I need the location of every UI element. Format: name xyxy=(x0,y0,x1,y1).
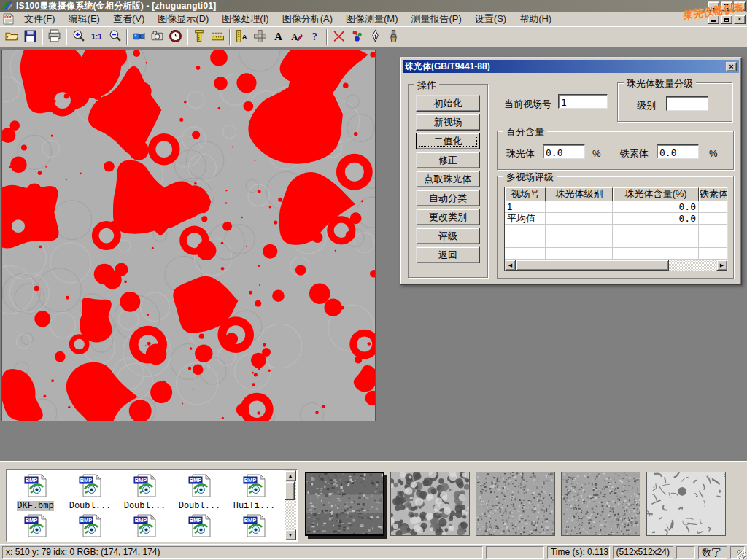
table-row-3[interactable] xyxy=(505,236,727,248)
grade-level-input[interactable] xyxy=(666,96,708,111)
table-row-0[interactable]: 10.0 xyxy=(505,201,727,213)
help-button[interactable]: ? xyxy=(306,28,324,46)
table-cell: 平均值 xyxy=(505,213,546,225)
brush-button[interactable] xyxy=(384,28,403,46)
ferrite-pct-input[interactable] xyxy=(657,144,699,159)
camera-button[interactable] xyxy=(148,28,166,46)
file-item-row2-0[interactable]: BMP xyxy=(8,511,63,540)
rating-group-label: 多视场评级 xyxy=(503,171,557,184)
mdi-minimize-button[interactable] xyxy=(708,15,719,24)
print-button[interactable] xyxy=(45,28,63,46)
zoom-out-button[interactable] xyxy=(106,28,124,46)
menu-item-1[interactable]: 编辑(E) xyxy=(62,12,107,26)
resize-grip[interactable] xyxy=(737,550,746,559)
zoom-in-button[interactable] xyxy=(69,28,88,46)
thumbnail-1[interactable] xyxy=(390,472,470,536)
clock-button[interactable] xyxy=(166,28,185,46)
particles-button[interactable] xyxy=(348,28,366,46)
mdi-restore-button[interactable] xyxy=(721,15,732,24)
op-button-7[interactable]: 评级 xyxy=(416,228,480,244)
op-button-0[interactable]: 初始化 xyxy=(416,95,480,112)
op-button-3[interactable]: 修正 xyxy=(416,152,480,168)
toolbar: 1:1AAA? xyxy=(0,26,747,48)
op-button-4[interactable]: 点取珠光体 xyxy=(416,171,480,187)
title-bar: IS100显微摄像系统(金相分析版) - [zhuguangti01] × xyxy=(0,0,747,12)
file-list-scrollbar[interactable]: ▲ ▼ xyxy=(285,470,296,540)
thumbnail-3[interactable] xyxy=(561,472,640,536)
dialog-close-button[interactable]: × xyxy=(726,62,737,71)
mdi-close-button[interactable]: × xyxy=(734,15,746,24)
file-item-0[interactable]: BMPDKF.bmp xyxy=(8,471,63,511)
scroll-up-button[interactable]: ▲ xyxy=(285,470,296,481)
op-button-8[interactable]: 返回 xyxy=(416,246,480,263)
table-horizontal-scrollbar[interactable]: ◀ ▶ xyxy=(505,260,727,271)
pen-button[interactable] xyxy=(366,28,384,46)
thumbnail-0[interactable] xyxy=(305,472,384,536)
maximize-button[interactable] xyxy=(721,1,732,11)
file-item-row2-2[interactable]: BMP xyxy=(117,511,172,540)
caliper-button[interactable] xyxy=(190,28,209,46)
clock-icon xyxy=(169,29,182,45)
cursor-position-readout: x: 510 y: 79 idx: 0 RGB: (174, 174, 174) xyxy=(2,546,483,559)
ruler-button[interactable] xyxy=(209,28,227,46)
menu-item-9[interactable]: 帮助(H) xyxy=(513,12,558,26)
op-button-5[interactable]: 自动分类 xyxy=(416,190,480,206)
curves-button[interactable] xyxy=(330,28,348,46)
table-row-4[interactable] xyxy=(505,248,727,260)
specimen-image[interactable] xyxy=(1,50,376,421)
menu-item-5[interactable]: 图像分析(A) xyxy=(276,12,339,26)
minimize-button[interactable] xyxy=(708,1,719,11)
svg-text:BMP: BMP xyxy=(80,517,92,524)
toolbar-separator xyxy=(42,29,43,45)
menu-item-3[interactable]: 图像显示(D) xyxy=(151,12,215,26)
current-field-input[interactable] xyxy=(558,94,608,109)
thumbnail-2[interactable] xyxy=(476,472,555,536)
measure-text-button[interactable]: A xyxy=(233,28,251,46)
file-item-row2-4[interactable]: BMP xyxy=(227,511,282,540)
bmp-file-icon: BMP xyxy=(23,473,48,500)
dialog-title-bar[interactable]: 珠光体(GB/T9441-88) × xyxy=(403,60,739,73)
table-row-2[interactable] xyxy=(505,225,727,236)
table-cell xyxy=(613,225,699,236)
op-button-2[interactable]: 二值化 xyxy=(416,133,480,149)
scroll-thumb[interactable] xyxy=(516,260,669,271)
menu-item-6[interactable]: 图像测量(M) xyxy=(339,12,405,26)
file-item-2[interactable]: BMPDoubl... xyxy=(117,471,172,511)
toolbar-separator xyxy=(126,29,128,45)
svg-text:BMP: BMP xyxy=(244,477,256,483)
file-item-row2-3[interactable]: BMP xyxy=(172,511,227,540)
menu-item-8[interactable]: 设置(S) xyxy=(468,12,513,26)
scroll-down-button[interactable]: ▼ xyxy=(285,529,296,540)
close-button[interactable]: × xyxy=(734,1,746,11)
scroll-track[interactable] xyxy=(516,260,716,271)
scroll-right-button[interactable]: ▶ xyxy=(716,260,727,271)
menu-item-7[interactable]: 测量报告(P) xyxy=(404,12,468,26)
text-button[interactable]: A xyxy=(269,28,287,46)
op-button-6[interactable]: 更改类别 xyxy=(416,209,480,225)
annotate-button[interactable]: A xyxy=(287,28,306,46)
scroll-thumb[interactable] xyxy=(285,481,295,500)
file-item-row2-1[interactable]: BMP xyxy=(63,511,117,540)
file-item-3[interactable]: BMPDoubl... xyxy=(172,471,227,511)
one-to-one-button[interactable]: 1:1 xyxy=(88,28,106,46)
menu-item-0[interactable]: 文件(F) xyxy=(18,12,62,26)
scroll-track[interactable] xyxy=(285,481,296,529)
pearlite-pct-input[interactable] xyxy=(543,144,585,159)
bmp-file-icon: BMP xyxy=(23,513,48,540)
file-item-4[interactable]: BMPHuiTi... xyxy=(227,471,282,511)
table-cell xyxy=(505,236,546,248)
table-row-1[interactable]: 平均值0.0 xyxy=(505,213,727,225)
video-camera-button[interactable] xyxy=(130,28,148,46)
op-button-1[interactable]: 新视场 xyxy=(416,114,480,131)
brush-icon xyxy=(387,29,400,45)
save-button[interactable] xyxy=(21,28,39,46)
thumbnail-4[interactable] xyxy=(646,472,726,536)
grid-button[interactable] xyxy=(251,28,269,46)
svg-text:BMP: BMP xyxy=(25,477,37,483)
file-item-1[interactable]: BMPDoubl... xyxy=(63,471,117,511)
open-button[interactable] xyxy=(3,28,21,46)
scroll-left-button[interactable]: ◀ xyxy=(505,260,516,271)
menu-item-4[interactable]: 图像处理(I) xyxy=(215,12,275,26)
menu-item-2[interactable]: 查看(V) xyxy=(107,12,151,26)
rating-table[interactable]: 视场号珠光体级别珠光体含量(%)铁素体含量(%) 10.0平均值0.0 ◀ ▶ xyxy=(504,187,728,271)
